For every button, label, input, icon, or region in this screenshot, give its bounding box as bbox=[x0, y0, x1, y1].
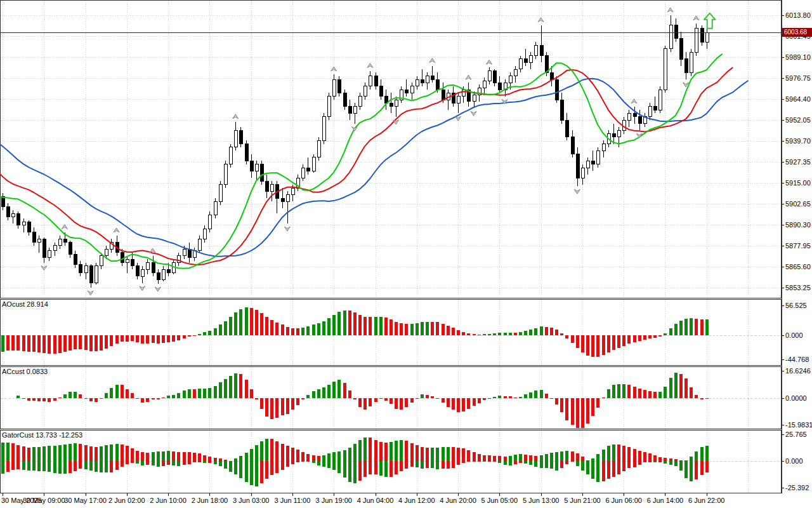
price-axis[interactable] bbox=[782, 0, 812, 493]
current-price-badge: 6003.68 bbox=[782, 28, 812, 37]
ao-indicator-pane[interactable] bbox=[0, 299, 782, 366]
gator-indicator-pane[interactable] bbox=[0, 430, 782, 493]
ac-indicator-pane[interactable] bbox=[0, 366, 782, 429]
trading-chart-window: 6013.806001.455989.105976.755964.405952.… bbox=[0, 0, 812, 508]
main-price-pane[interactable] bbox=[0, 0, 782, 298]
ao-indicator-label: AOcust 28.914 bbox=[2, 300, 48, 308]
gator-indicator-label: GatorCust 13.733 -12.253 bbox=[2, 431, 82, 439]
time-axis[interactable] bbox=[0, 493, 812, 508]
ac-indicator-label: ACcust 0.0833 bbox=[2, 368, 48, 375]
